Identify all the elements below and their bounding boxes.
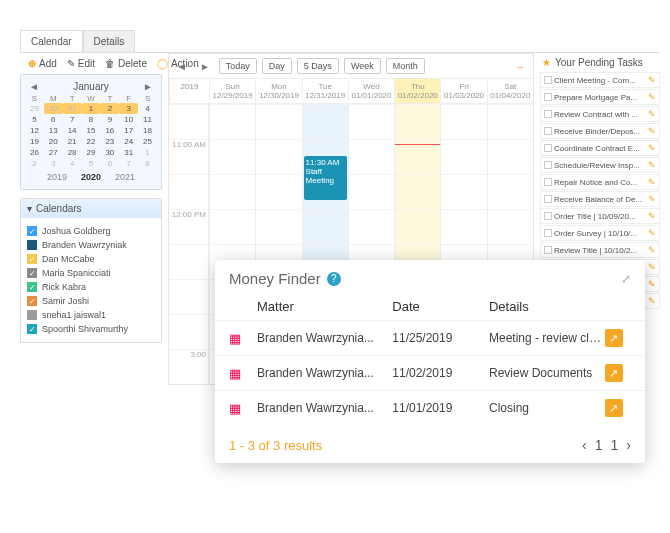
day-cell[interactable]: 23 <box>100 136 119 147</box>
edit-icon[interactable]: ✎ <box>648 160 656 170</box>
cal-prev[interactable]: ◄ <box>173 61 191 72</box>
task-item[interactable]: Review Contract with ...✎ <box>540 106 660 122</box>
day-cell[interactable]: 5 <box>82 158 101 169</box>
calendar-item[interactable]: ✓Dan McCabe <box>27 252 155 266</box>
day-cell[interactable]: 4 <box>138 103 157 114</box>
delete-button[interactable]: 🗑Delete <box>105 58 147 69</box>
cal-next[interactable]: ► <box>196 61 214 72</box>
day-cell[interactable]: 8 <box>138 158 157 169</box>
pager-prev[interactable]: ‹ <box>582 437 587 453</box>
day-cell[interactable]: 14 <box>63 125 82 136</box>
calendar-item[interactable]: Branden Wawrzyniak <box>27 238 155 252</box>
task-checkbox[interactable] <box>544 212 552 220</box>
money-row[interactable]: ▦Branden Wawrzynia...11/25/2019Meeting -… <box>215 320 645 355</box>
day-cell[interactable]: 26 <box>25 147 44 158</box>
prev-month[interactable]: ◄ <box>25 81 43 92</box>
day-header[interactable]: Tue 12/31/2019 <box>302 79 348 103</box>
edit-icon[interactable]: ✎ <box>648 296 656 306</box>
day-cell[interactable]: 31 <box>63 103 82 114</box>
day-cell[interactable]: 24 <box>119 136 138 147</box>
pager-next[interactable]: › <box>626 437 631 453</box>
task-item[interactable]: Schedule/Review Insp...✎ <box>540 157 660 173</box>
task-item[interactable]: Order Survey | 10/10/...✎ <box>540 225 660 241</box>
day-cell[interactable]: 10 <box>119 114 138 125</box>
task-item[interactable]: Receive Binder/Depos...✎ <box>540 123 660 139</box>
month-button[interactable]: Month <box>386 58 425 74</box>
go-right[interactable]: → <box>511 61 529 72</box>
help-icon[interactable]: ? <box>327 272 341 286</box>
calendar-checkbox[interactable] <box>27 240 37 250</box>
task-item[interactable]: Review Title | 10/10/2...✎ <box>540 242 660 258</box>
calendar-checkbox[interactable]: ✓ <box>27 282 37 292</box>
day-cell[interactable]: 5 <box>25 114 44 125</box>
day-cell[interactable]: 2 <box>25 158 44 169</box>
task-checkbox[interactable] <box>544 161 552 169</box>
edit-icon[interactable]: ✎ <box>648 279 656 289</box>
day-cell[interactable]: 30 <box>100 147 119 158</box>
day-cell[interactable]: 7 <box>119 158 138 169</box>
calendar-checkbox[interactable]: ✓ <box>27 254 37 264</box>
task-item[interactable]: Prepare Mortgage Pa...✎ <box>540 89 660 105</box>
tab-details[interactable]: Details <box>83 30 136 52</box>
edit-button[interactable]: ✎Edit <box>67 58 95 69</box>
money-row[interactable]: ▦Branden Wawrzynia...11/02/2019Review Do… <box>215 355 645 390</box>
day-cell[interactable]: 3 <box>119 103 138 114</box>
calendar-checkbox[interactable] <box>27 310 37 320</box>
calendar-checkbox[interactable]: ✓ <box>27 324 37 334</box>
edit-icon[interactable]: ✎ <box>648 92 656 102</box>
calendar-item[interactable]: sneha1 jaiswal1 <box>27 308 155 322</box>
add-button[interactable]: ⊕Add <box>28 58 57 69</box>
day-cell[interactable]: 2 <box>100 103 119 114</box>
task-checkbox[interactable] <box>544 127 552 135</box>
year-next[interactable]: 2021 <box>115 172 135 182</box>
task-item[interactable]: Order Title | 10/09/20...✎ <box>540 208 660 224</box>
edit-icon[interactable]: ✎ <box>648 211 656 221</box>
task-checkbox[interactable] <box>544 195 552 203</box>
week-button[interactable]: Week <box>344 58 381 74</box>
day-cell[interactable]: 11 <box>138 114 157 125</box>
day-cell[interactable]: 29 <box>82 147 101 158</box>
day-header[interactable]: Thu 01/02/2020 <box>394 79 440 103</box>
day-cell[interactable]: 28 <box>63 147 82 158</box>
day-cell[interactable]: 4 <box>63 158 82 169</box>
task-item[interactable]: Repair Notice and Co...✎ <box>540 174 660 190</box>
money-row[interactable]: ▦Branden Wawrzynia...11/01/2019Closing↗ <box>215 390 645 425</box>
open-icon[interactable]: ↗ <box>605 329 623 347</box>
day-cell[interactable]: 12 <box>25 125 44 136</box>
day-header[interactable]: Sun 12/29/2019 <box>209 79 255 103</box>
day-header[interactable]: Mon 12/30/2019 <box>255 79 301 103</box>
calendar-event[interactable]: 11:30 AMStaff Meeting <box>304 156 347 200</box>
day-cell[interactable]: 29 <box>25 103 44 114</box>
calendar-checkbox[interactable]: ✓ <box>27 268 37 278</box>
edit-icon[interactable]: ✎ <box>648 126 656 136</box>
day-cell[interactable]: 8 <box>82 114 101 125</box>
day-cell[interactable]: 9 <box>100 114 119 125</box>
task-item[interactable]: Receive Balance of De...✎ <box>540 191 660 207</box>
task-checkbox[interactable] <box>544 229 552 237</box>
day-cell[interactable]: 25 <box>138 136 157 147</box>
day-header[interactable]: Fri 01/03/2020 <box>440 79 486 103</box>
calendar-item[interactable]: ✓Samir Joshi <box>27 294 155 308</box>
day-cell[interactable]: 19 <box>25 136 44 147</box>
task-checkbox[interactable] <box>544 110 552 118</box>
task-checkbox[interactable] <box>544 246 552 254</box>
day-cell[interactable]: 1 <box>82 103 101 114</box>
day-button[interactable]: Day <box>262 58 292 74</box>
day-cell[interactable]: 18 <box>138 125 157 136</box>
5days-button[interactable]: 5 Days <box>297 58 339 74</box>
today-button[interactable]: Today <box>219 58 257 74</box>
day-cell[interactable]: 17 <box>119 125 138 136</box>
expand-icon[interactable]: ⤢ <box>621 272 631 286</box>
day-header[interactable]: Sat 01/04/2020 <box>487 79 533 103</box>
day-cell[interactable]: 20 <box>44 136 63 147</box>
day-cell[interactable]: 21 <box>63 136 82 147</box>
edit-icon[interactable]: ✎ <box>648 228 656 238</box>
edit-icon[interactable]: ✎ <box>648 75 656 85</box>
task-item[interactable]: Coordinate Contract E...✎ <box>540 140 660 156</box>
task-item[interactable]: Client Meeting - Com...✎ <box>540 72 660 88</box>
next-month[interactable]: ► <box>139 81 157 92</box>
day-cell[interactable]: 31 <box>119 147 138 158</box>
task-checkbox[interactable] <box>544 93 552 101</box>
day-cell[interactable]: 13 <box>44 125 63 136</box>
day-cell[interactable]: 6 <box>100 158 119 169</box>
